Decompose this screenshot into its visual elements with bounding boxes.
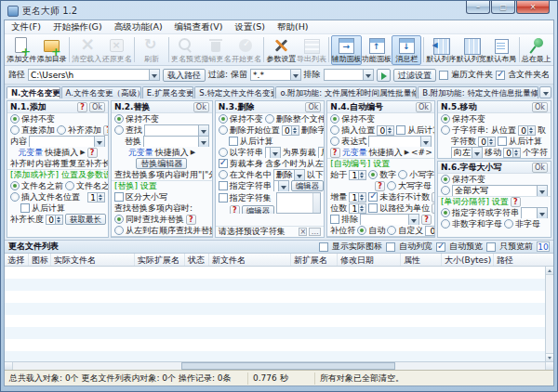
n6-case-combobox[interactable]: 全部大写 bbox=[452, 185, 548, 196]
column-real-filename[interactable]: 实际文件名 bbox=[51, 254, 135, 266]
n2-case-sensitive-checkbox[interactable] bbox=[114, 192, 124, 202]
n1-from-end-checkbox[interactable] bbox=[20, 203, 30, 213]
help-icon[interactable]: ? bbox=[375, 181, 385, 191]
n2-replace-editor-button[interactable]: 替换编辑器 bbox=[136, 158, 187, 169]
tab-fileinfo-batch[interactable]: B.附加功能: 特定文件信息批量修改 bbox=[418, 86, 538, 98]
column-modified-date[interactable]: 修改日期 bbox=[338, 254, 401, 266]
chevron-down-icon[interactable] bbox=[278, 181, 288, 191]
path-combobox[interactable]: C:\Users\h bbox=[28, 69, 160, 81]
spin-down-icon[interactable] bbox=[359, 175, 365, 179]
table-row[interactable] bbox=[5, 279, 545, 291]
n2-simultaneous-radio[interactable] bbox=[114, 215, 124, 224]
n1-metavar-link[interactable]: 元变量 bbox=[18, 147, 43, 158]
n3-action-combobox[interactable]: 删除 bbox=[273, 169, 305, 180]
chevron-down-icon[interactable] bbox=[290, 70, 300, 80]
scroll-up-icon[interactable] bbox=[546, 267, 553, 275]
chevron-down-icon[interactable] bbox=[294, 170, 304, 180]
n1-insert-pos-spinner[interactable]: 1 bbox=[87, 192, 105, 203]
n3-charset-editor-button[interactable]: 编辑器 bbox=[242, 205, 275, 214]
preview-count-input[interactable]: 10 bbox=[537, 242, 550, 252]
menu-start[interactable]: 开始操作(G) bbox=[53, 21, 102, 33]
help-icon[interactable]: ? bbox=[330, 148, 340, 158]
n4-auto-radio[interactable] bbox=[357, 226, 366, 235]
horizontal-scrollbar[interactable] bbox=[5, 361, 553, 370]
preview-first-checkbox[interactable] bbox=[486, 242, 496, 252]
n3-string-editor-button[interactable]: 编辑器 bbox=[291, 180, 325, 191]
help-icon[interactable]: ? bbox=[87, 148, 98, 158]
n2-replace-combobox[interactable] bbox=[143, 136, 209, 147]
scroll-thumb[interactable] bbox=[181, 362, 395, 370]
n6-case-radio[interactable] bbox=[441, 186, 450, 195]
help-icon[interactable]: ? bbox=[511, 197, 521, 207]
n3-del-start-spinner[interactable]: 0 bbox=[282, 125, 299, 136]
chevron-down-icon[interactable] bbox=[363, 70, 373, 80]
n3-by-string-radio[interactable] bbox=[219, 148, 228, 157]
always-on-top-button[interactable]: 总在最上 bbox=[522, 35, 551, 65]
n3-trim-self-checkbox[interactable] bbox=[219, 159, 228, 168]
n4-custom-input[interactable]: 0 bbox=[425, 226, 434, 236]
n3-from-end-checkbox[interactable] bbox=[229, 137, 238, 146]
help-icon[interactable]: ? bbox=[186, 215, 196, 225]
n2-horizontal-scrollbar[interactable] bbox=[112, 236, 212, 238]
menu-help[interactable]: 帮助(H) bbox=[277, 21, 309, 33]
table-row[interactable] bbox=[5, 267, 545, 279]
spin-down-icon[interactable] bbox=[56, 219, 62, 224]
n3-by-string-combobox[interactable] bbox=[265, 147, 281, 158]
chevron-down-icon[interactable] bbox=[408, 215, 418, 225]
message-bar-button[interactable]: 消息栏 bbox=[392, 35, 421, 65]
column-attributes[interactable]: 属性 bbox=[401, 254, 442, 266]
apply-filter-button[interactable] bbox=[377, 69, 391, 82]
add-file-button[interactable]: 添加文件 bbox=[7, 35, 36, 65]
n3-spec-charset-checkbox[interactable] bbox=[219, 193, 228, 203]
table-row[interactable] bbox=[5, 291, 545, 303]
n5-pos-spinner[interactable]: 0 bbox=[518, 125, 536, 136]
n4-expression-combobox[interactable] bbox=[368, 136, 432, 147]
n3-spec-string-combobox[interactable] bbox=[273, 180, 289, 191]
n5-from-end-checkbox[interactable] bbox=[498, 137, 507, 146]
table-row[interactable] bbox=[5, 303, 545, 315]
n1-get-longest-button[interactable]: 获取最长 bbox=[65, 214, 106, 225]
chevron-down-icon[interactable] bbox=[149, 70, 159, 80]
n3-spec-string-checkbox[interactable] bbox=[219, 181, 228, 190]
function-panel-button[interactable]: 功能面板 bbox=[362, 35, 392, 65]
chevron-down-icon[interactable] bbox=[537, 208, 547, 218]
maximize-button[interactable]: ▢ bbox=[491, 1, 515, 14]
scroll-right-icon[interactable] bbox=[205, 237, 212, 238]
menu-view[interactable]: 编辑查看(V) bbox=[175, 21, 223, 33]
n4-exclude-checkbox[interactable] bbox=[330, 215, 339, 224]
scroll-left-icon[interactable] bbox=[112, 237, 119, 238]
n1-content-combobox[interactable] bbox=[29, 136, 105, 147]
n5-direction-combobox[interactable]: 向左 bbox=[451, 147, 483, 158]
default-column-width-button[interactable]: 默认列宽 bbox=[457, 35, 486, 65]
default-column-order-button[interactable]: 默认列序 bbox=[426, 35, 456, 65]
n4-custom-radio[interactable] bbox=[387, 226, 396, 235]
n3-trim-side-combobox[interactable]: 后面 bbox=[318, 147, 325, 158]
help-icon[interactable]: ? bbox=[103, 125, 108, 136]
spin-down-icon[interactable] bbox=[387, 130, 393, 135]
n6-spec-chars-radio[interactable] bbox=[441, 208, 450, 217]
spin-down-icon[interactable] bbox=[292, 130, 299, 135]
vertical-scrollbar[interactable] bbox=[545, 267, 553, 361]
scroll-right-icon[interactable] bbox=[427, 237, 434, 238]
column-new-filename[interactable]: 新文件名 bbox=[209, 254, 291, 266]
n1-pad-length-spinner[interactable]: 0 bbox=[46, 215, 63, 225]
ok-badge[interactable]: Ok bbox=[416, 102, 432, 112]
ok-badge[interactable]: Ok bbox=[532, 163, 548, 173]
n1-after-name-radio[interactable] bbox=[65, 181, 74, 190]
chevron-down-icon[interactable] bbox=[198, 137, 208, 147]
n4-digit-radio[interactable] bbox=[368, 170, 378, 179]
ok-badge[interactable]: Ok bbox=[532, 102, 548, 112]
chevron-down-icon[interactable] bbox=[198, 125, 208, 136]
add-folder-button[interactable]: 添加目录 bbox=[36, 35, 66, 65]
ok-badge[interactable]: Ok bbox=[193, 102, 209, 112]
auto-preview-checkbox[interactable] bbox=[436, 242, 445, 252]
n1-keep-radio[interactable] bbox=[10, 114, 20, 124]
close-button[interactable]: × bbox=[516, 1, 550, 14]
n3-charset-textarea[interactable] bbox=[276, 192, 321, 214]
undo-rename-button[interactable]: 撤销更名 bbox=[201, 35, 231, 65]
show-real-icons-checkbox[interactable] bbox=[319, 242, 328, 252]
spin-down-icon[interactable] bbox=[359, 208, 365, 213]
clear-preset-icon[interactable]: × bbox=[299, 228, 307, 236]
n2-keep-radio[interactable] bbox=[114, 114, 124, 124]
n5-keep-radio[interactable] bbox=[441, 114, 450, 124]
